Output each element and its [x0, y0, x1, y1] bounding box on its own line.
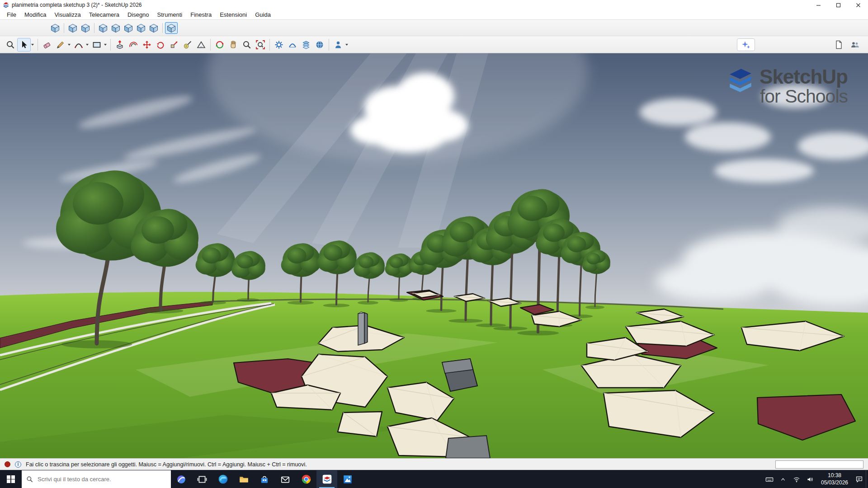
status-bar: i Fai clic o trascina per selezionare gl…: [0, 458, 868, 470]
style-monochrome-icon[interactable]: [135, 22, 147, 34]
touch-keyboard-icon[interactable]: [763, 470, 776, 488]
style-xray-icon[interactable]: [49, 22, 61, 34]
task-view-icon[interactable]: [192, 470, 212, 488]
pillar: [358, 312, 368, 345]
style-shaded-icon[interactable]: [109, 22, 122, 34]
push-pull-tool-icon[interactable]: [113, 38, 127, 52]
menu-finestra[interactable]: Finestra: [186, 10, 216, 19]
taskbar-search[interactable]: [22, 470, 171, 488]
toolbar-separator: [329, 39, 329, 51]
style-current-icon[interactable]: [165, 22, 178, 34]
mail-icon[interactable]: [275, 470, 296, 488]
menu-disegno[interactable]: Disegno: [123, 10, 153, 19]
show-desktop-button[interactable]: [866, 470, 868, 488]
offset-tool-icon[interactable]: [127, 38, 140, 52]
shapes-dropdown-caret[interactable]: [104, 44, 107, 46]
viewport-canvas[interactable]: [0, 53, 868, 458]
shapes-tool-icon[interactable]: [90, 38, 104, 52]
extension-globe-icon[interactable]: [313, 38, 326, 52]
select-tool-icon[interactable]: [17, 38, 31, 52]
extension-curve-icon[interactable]: [286, 38, 299, 52]
store-icon[interactable]: [254, 470, 275, 488]
person-dropdown-caret[interactable]: [345, 44, 348, 46]
title-bar: planimetria completa sketchup 3 (2)* - S…: [0, 0, 868, 10]
style-color-by-tag-icon[interactable]: [147, 22, 160, 34]
menu-bar: File Modifica Visualizza Telecamera Dise…: [0, 10, 868, 20]
windows-logo-icon: [7, 475, 15, 483]
close-button[interactable]: [848, 0, 868, 10]
info-icon[interactable]: i: [15, 461, 21, 468]
line-dropdown-caret[interactable]: [68, 44, 71, 46]
sparkles-icon: [741, 40, 751, 50]
network-icon[interactable]: [790, 470, 803, 488]
photos-icon[interactable]: [337, 470, 358, 488]
style-back-edges-icon[interactable]: [66, 22, 79, 34]
search-tool-icon[interactable]: [4, 38, 17, 52]
toolbar-separator: [269, 39, 270, 51]
scale-tool-icon[interactable]: [167, 38, 181, 52]
menu-estensioni[interactable]: Estensioni: [216, 10, 251, 19]
extension-gear-icon[interactable]: [272, 38, 286, 52]
viewport: SketchUp for Schools: [0, 53, 868, 458]
main-toolbar: [0, 36, 868, 53]
extension-layers-icon[interactable]: [299, 38, 313, 52]
style-shaded-textures-icon[interactable]: [122, 22, 135, 34]
protractor-tool-icon[interactable]: [194, 38, 208, 52]
menu-guida[interactable]: Guida: [251, 10, 275, 19]
menu-modifica[interactable]: Modifica: [20, 10, 50, 19]
zoom-extents-tool-icon[interactable]: [254, 38, 267, 52]
toolbar-separator: [210, 39, 211, 51]
status-message: Fai clic o trascina per selezionare gli …: [26, 461, 307, 468]
window-title: planimetria completa sketchup 3 (2)* - S…: [12, 2, 142, 8]
select-dropdown-caret[interactable]: [31, 44, 34, 46]
geo-badge-icon[interactable]: [5, 461, 10, 467]
rotate-tool-icon[interactable]: [154, 38, 167, 52]
arc-dropdown-caret[interactable]: [86, 44, 89, 46]
line-tool-icon[interactable]: [54, 38, 67, 52]
sketchup-taskbar-icon[interactable]: [316, 470, 337, 488]
chevron-up-icon[interactable]: [776, 470, 790, 488]
chrome-icon[interactable]: [296, 470, 316, 488]
maximize-button[interactable]: [828, 0, 848, 10]
toolbar-separator: [110, 39, 111, 51]
sketchup-app-icon: [3, 2, 9, 8]
taskbar-clock[interactable]: 10:38 05/03/2026: [817, 470, 852, 488]
orbit-tool-icon[interactable]: [213, 38, 226, 52]
ai-assistant-button[interactable]: [737, 38, 755, 51]
tape-measure-tool-icon[interactable]: [181, 38, 194, 52]
toolbar-separator: [38, 39, 38, 51]
clock-time: 10:38: [828, 472, 841, 479]
new-document-icon[interactable]: [832, 38, 845, 52]
arc-tool-icon[interactable]: [72, 38, 85, 52]
toolbar-separator: [162, 23, 163, 33]
taskbar-search-input[interactable]: [37, 475, 166, 483]
style-hidden-line-icon[interactable]: [97, 22, 109, 34]
measurements-input[interactable]: [775, 460, 863, 469]
volume-icon[interactable]: [803, 470, 817, 488]
pan-tool-icon[interactable]: [226, 38, 240, 52]
edge-icon[interactable]: [212, 470, 233, 488]
add-person-tool-icon[interactable]: [331, 38, 345, 52]
file-explorer-icon[interactable]: [233, 470, 254, 488]
menu-strumenti[interactable]: Strumenti: [153, 10, 187, 19]
styles-toolbar: [0, 20, 868, 36]
menu-file[interactable]: File: [3, 10, 20, 19]
accounts-icon[interactable]: [848, 38, 862, 52]
gray-slab: [446, 436, 490, 458]
menu-telecamera[interactable]: Telecamera: [85, 10, 123, 19]
menu-visualizza[interactable]: Visualizza: [50, 10, 85, 19]
taskbar: 10:38 05/03/2026: [0, 470, 868, 488]
action-center-icon[interactable]: [852, 470, 866, 488]
search-icon: [26, 476, 33, 483]
system-tray: 10:38 05/03/2026: [763, 470, 868, 488]
zoom-tool-icon[interactable]: [240, 38, 254, 52]
move-tool-icon[interactable]: [140, 38, 154, 52]
toolbar-separator: [64, 23, 64, 33]
minimize-button[interactable]: [808, 0, 828, 10]
paint-app-icon[interactable]: [171, 470, 192, 488]
style-wireframe-icon[interactable]: [79, 22, 92, 34]
toolbar-separator: [94, 23, 94, 33]
clock-date: 05/03/2026: [821, 479, 848, 487]
eraser-tool-icon[interactable]: [40, 38, 54, 52]
start-button[interactable]: [0, 470, 22, 488]
